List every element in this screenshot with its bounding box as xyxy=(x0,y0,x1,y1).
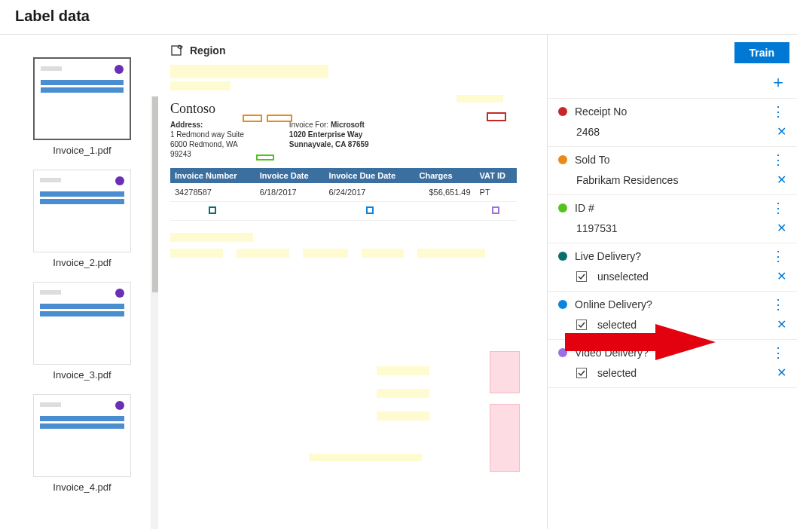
highlight xyxy=(303,249,348,258)
label-value: unselected xyxy=(597,271,769,283)
clear-value-icon[interactable]: ✕ xyxy=(777,317,786,332)
label-name: Online Delivery? xyxy=(575,298,762,310)
document-invoice-for: Invoice For: Microsoft 1020 Enterprise W… xyxy=(289,120,369,149)
thumbnail-preview xyxy=(33,57,131,140)
table-header: VAT ID xyxy=(475,168,517,183)
label-color-dot xyxy=(558,252,567,261)
clear-value-icon[interactable]: ✕ xyxy=(777,173,786,187)
add-label-icon[interactable]: ＋ xyxy=(770,74,786,90)
document-company: Contoso xyxy=(170,101,517,117)
annotation-marker[interactable] xyxy=(366,206,374,214)
label-value: 2468 xyxy=(576,126,769,138)
attention-arrow-icon xyxy=(565,324,716,360)
clear-value-icon[interactable]: ✕ xyxy=(777,269,786,283)
region-icon[interactable] xyxy=(170,44,184,57)
annotation-box[interactable] xyxy=(256,154,274,161)
highlight xyxy=(377,411,429,420)
thumbnail-filename: Invoice_2.pdf xyxy=(33,257,131,268)
add-label-row: ＋ xyxy=(548,69,797,99)
svg-rect-0 xyxy=(172,46,181,55)
main-layout: Invoice_1.pdf Invoice_2.pdf Invoice_3.pd… xyxy=(0,35,797,529)
label-menu-icon[interactable]: ⋮ xyxy=(770,105,786,118)
address-line: 1 Redmond way Suite xyxy=(170,130,244,139)
highlight xyxy=(362,249,404,258)
highlight xyxy=(237,249,289,258)
thumbnail-sidebar: Invoice_1.pdf Invoice_2.pdf Invoice_3.pd… xyxy=(0,35,158,529)
region-tool-label[interactable]: Region xyxy=(190,44,225,57)
annotation-box[interactable] xyxy=(267,115,292,122)
svg-marker-1 xyxy=(565,324,716,360)
thumbnail-filename: Invoice_1.pdf xyxy=(33,145,131,156)
label-field[interactable]: Receipt No ⋮ 2468 ✕ xyxy=(548,99,797,147)
sidebar-scrollbar[interactable] xyxy=(151,96,158,529)
thumbnail-item[interactable]: Invoice_2.pdf xyxy=(33,170,131,268)
address-line: 99243 xyxy=(170,150,191,158)
table-row: 34278587 6/18/2017 6/24/2017 $56,651.49 … xyxy=(170,183,517,202)
annotation-marker[interactable] xyxy=(492,206,499,214)
thumbnail-item[interactable]: Invoice_1.pdf xyxy=(33,57,131,156)
label-color-dot xyxy=(558,300,567,309)
table-cell: PT xyxy=(475,183,517,202)
thumbnail-item[interactable]: Invoice_4.pdf xyxy=(33,394,131,493)
clear-value-icon[interactable]: ✕ xyxy=(777,221,786,235)
train-button[interactable]: Train xyxy=(734,42,789,63)
highlight xyxy=(377,389,429,398)
label-color-dot xyxy=(558,203,567,212)
thumbnail-filename: Invoice_3.pdf xyxy=(33,369,131,381)
label-field[interactable]: Live Delivery? ⋮ unselected ✕ xyxy=(548,243,797,292)
table-cell: 6/18/2017 xyxy=(255,183,325,202)
annotation-marker[interactable] xyxy=(209,206,216,214)
table-header: Invoice Date xyxy=(255,168,325,183)
table-cell: 34278587 xyxy=(170,183,255,202)
thumbnail-status-dot xyxy=(115,65,124,74)
page-header: Label data xyxy=(0,0,797,35)
highlight xyxy=(417,249,485,258)
thumbnail-status-dot xyxy=(115,289,124,298)
label-name: Live Delivery? xyxy=(575,250,762,262)
thumbnail-item[interactable]: Invoice_3.pdf xyxy=(33,282,131,381)
label-menu-icon[interactable]: ⋮ xyxy=(770,249,786,263)
table-annotation-row xyxy=(170,202,517,221)
train-row: Train xyxy=(548,35,797,69)
region-selection[interactable] xyxy=(490,351,520,393)
thumbnail-status-dot xyxy=(115,176,124,185)
table-header: Invoice Number xyxy=(170,168,255,183)
label-field[interactable]: ID # ⋮ 1197531 ✕ xyxy=(548,195,797,243)
checkbox-icon xyxy=(576,271,587,282)
label-name: Receipt No xyxy=(575,105,762,118)
checkbox-icon xyxy=(576,368,587,378)
region-selection[interactable] xyxy=(490,404,520,472)
document-preview: Contoso Address: 1 Redmond way Suite 600… xyxy=(170,65,517,258)
page-title: Label data xyxy=(15,8,782,25)
label-value: 1197531 xyxy=(576,222,769,234)
clear-value-icon[interactable]: ✕ xyxy=(777,365,786,380)
label-menu-icon[interactable]: ⋮ xyxy=(770,201,786,215)
label-name: ID # xyxy=(575,202,762,214)
label-menu-icon[interactable]: ⋮ xyxy=(770,153,786,167)
document-canvas[interactable]: Region Contoso Address: 1 Redmond way Su… xyxy=(158,35,547,529)
label-menu-icon[interactable]: ⋮ xyxy=(770,346,786,359)
address-label: Address: xyxy=(170,121,203,129)
labels-panel: Train ＋ Receipt No ⋮ 2468 ✕ Sold To ⋮ F xyxy=(547,35,797,529)
annotation-box[interactable] xyxy=(487,112,506,121)
annotation-box[interactable] xyxy=(243,115,262,122)
document-table: Invoice Number Invoice Date Invoice Due … xyxy=(170,168,517,221)
clear-value-icon[interactable]: ✕ xyxy=(777,124,786,139)
table-cell: $56,651.49 xyxy=(415,183,475,202)
table-header: Charges xyxy=(415,168,475,183)
highlight xyxy=(377,366,429,375)
table-header: Invoice Due Date xyxy=(324,168,414,183)
thumbnail-preview xyxy=(33,394,131,477)
invoice-for-name: Microsoft xyxy=(331,121,365,129)
highlight xyxy=(170,233,253,242)
invoice-for-line: 1020 Enterprise Way xyxy=(289,130,362,139)
thumbnail-status-dot xyxy=(115,401,124,410)
label-value: Fabrikam Residences xyxy=(576,174,769,186)
label-value: selected xyxy=(597,367,769,379)
thumbnail-filename: Invoice_4.pdf xyxy=(33,482,131,493)
highlight xyxy=(309,454,422,461)
table-cell: 6/24/2017 xyxy=(324,183,414,202)
label-menu-icon[interactable]: ⋮ xyxy=(770,298,786,311)
label-name: Sold To xyxy=(575,154,762,166)
label-field[interactable]: Sold To ⋮ Fabrikam Residences ✕ xyxy=(548,147,797,195)
